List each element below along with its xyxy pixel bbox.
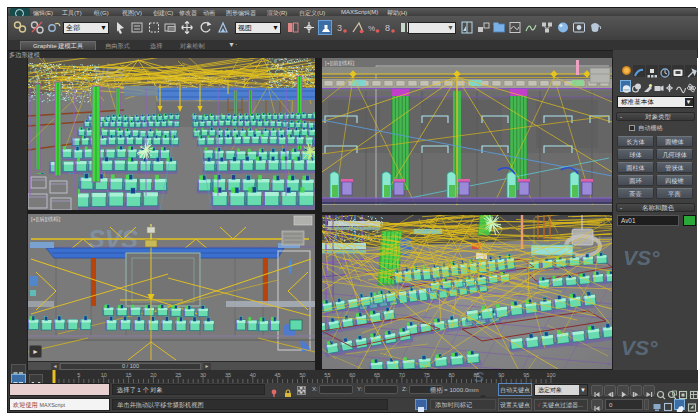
svg-text:3: 3 — [337, 23, 342, 33]
svg-text:75: 75 — [424, 372, 430, 378]
svg-text:50: 50 — [299, 372, 305, 378]
svg-text:%: % — [368, 24, 375, 33]
svg-text:40: 40 — [250, 372, 256, 378]
svg-text:80: 80 — [449, 372, 455, 378]
svg-text:[+][前][线框]: [+][前][线框] — [325, 60, 355, 66]
svg-text:8: 8 — [385, 23, 390, 33]
svg-text:NES: NES — [94, 64, 125, 81]
svg-text:10: 10 — [101, 372, 107, 378]
svg-text:45: 45 — [275, 372, 281, 378]
svg-text:35: 35 — [225, 372, 231, 378]
svg-text:100: 100 — [546, 372, 555, 378]
svg-text:60: 60 — [349, 372, 355, 378]
svg-text:90: 90 — [498, 372, 504, 378]
svg-text:5: 5 — [77, 372, 80, 378]
svg-text:15: 15 — [126, 372, 132, 378]
svg-text:30: 30 — [200, 372, 206, 378]
svg-text:65: 65 — [374, 372, 380, 378]
svg-text:70: 70 — [399, 372, 405, 378]
svg-text:[+][后][线框]: [+][后][线框] — [31, 216, 61, 223]
svg-text:20: 20 — [150, 372, 156, 378]
svg-text:55: 55 — [324, 372, 330, 378]
svg-text:95: 95 — [523, 372, 529, 378]
svg-text:25: 25 — [175, 372, 181, 378]
